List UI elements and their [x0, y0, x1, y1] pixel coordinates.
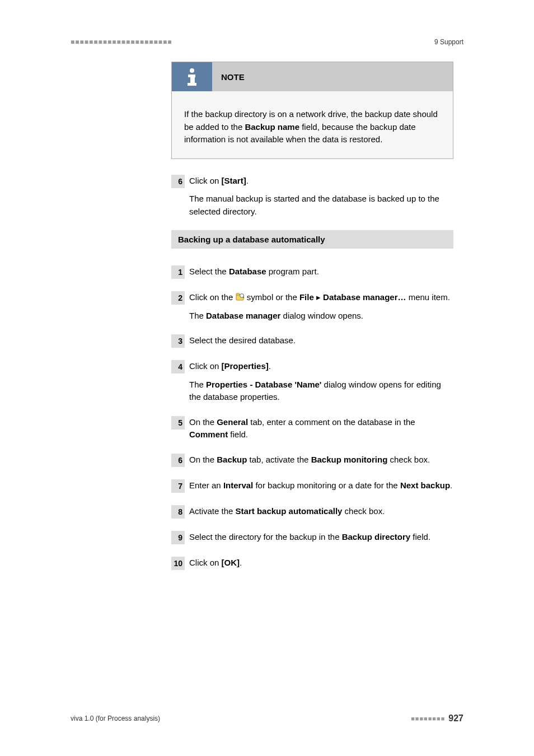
step-body: Click on [Start]. The manual backup is s… — [189, 175, 453, 218]
svg-rect-3 — [188, 83, 196, 86]
note-body: If the backup directory is on a network … — [172, 108, 453, 158]
step-number: 10 — [171, 557, 185, 570]
footer-marks: ■■■■■■■■ — [411, 715, 445, 722]
step-number: 5 — [171, 416, 185, 430]
step-number: 4 — [171, 360, 185, 374]
step-body: Click on [Properties]. The Properties - … — [189, 360, 453, 404]
header-marks: ■■■■■■■■■■■■■■■■■■■■■■ — [71, 38, 172, 46]
step-7: 7 Enter an Interval for backup monitorin… — [171, 479, 453, 493]
step-10: 10 Click on [OK]. — [171, 557, 453, 570]
step-number: 3 — [171, 334, 185, 348]
step-3: 3 Select the desired database. — [171, 334, 453, 348]
note-title: NOTE — [221, 72, 245, 82]
step-body: Select the desired database. — [189, 334, 453, 348]
page-number: 927 — [448, 713, 463, 724]
step-9: 9 Select the directory for the backup in… — [171, 531, 453, 544]
step-number: 1 — [171, 265, 185, 279]
step-body: Click on the symbol or the File ▸ Databa… — [189, 291, 453, 322]
info-icon — [172, 62, 212, 91]
note-title-bar: NOTE — [212, 62, 453, 91]
step-number: 8 — [171, 505, 185, 519]
header-section: 9 Support — [434, 38, 463, 46]
svg-rect-2 — [190, 74, 195, 84]
note-header: NOTE — [172, 62, 453, 91]
step-5: 5 On the General tab, enter a comment on… — [171, 416, 453, 441]
step-body: Enter an Interval for backup monitoring … — [189, 479, 453, 493]
step-number: 6 — [171, 454, 185, 467]
step-body: Click on [OK]. — [189, 557, 453, 570]
step-6-start: 6 Click on [Start]. The manual backup is… — [171, 175, 453, 218]
page-header: ■■■■■■■■■■■■■■■■■■■■■■ 9 Support — [71, 38, 463, 46]
svg-point-0 — [190, 68, 194, 73]
step-number: 2 — [171, 291, 185, 305]
footer-left: viva 1.0 (for Process analysis) — [71, 715, 160, 722]
step-number: 7 — [171, 479, 185, 493]
step-body: Select the Database program part. — [189, 265, 453, 279]
step-number: 9 — [171, 531, 185, 544]
step-body: Select the directory for the backup in t… — [189, 531, 453, 544]
note-box: NOTE If the backup directory is on a net… — [171, 62, 453, 159]
step-1: 1 Select the Database program part. — [171, 265, 453, 279]
step-body: On the General tab, enter a comment on t… — [189, 416, 453, 441]
page-footer: viva 1.0 (for Process analysis) ■■■■■■■■… — [71, 713, 463, 724]
step-body: Activate the Start backup automatically … — [189, 505, 453, 519]
database-icon — [236, 292, 245, 300]
step-4: 4 Click on [Properties]. The Properties … — [171, 360, 453, 404]
step-body: On the Backup tab, activate the Backup m… — [189, 454, 453, 467]
footer-right: ■■■■■■■■ 927 — [411, 713, 463, 724]
step-number: 6 — [171, 175, 185, 188]
step-2: 2 Click on the symbol or the File ▸ Data… — [171, 291, 453, 322]
section-heading: Backing up a database automatically — [171, 230, 453, 249]
step-6: 6 On the Backup tab, activate the Backup… — [171, 454, 453, 467]
step-8: 8 Activate the Start backup automaticall… — [171, 505, 453, 519]
content-area: NOTE If the backup directory is on a net… — [171, 62, 453, 582]
svg-rect-5 — [236, 293, 240, 295]
